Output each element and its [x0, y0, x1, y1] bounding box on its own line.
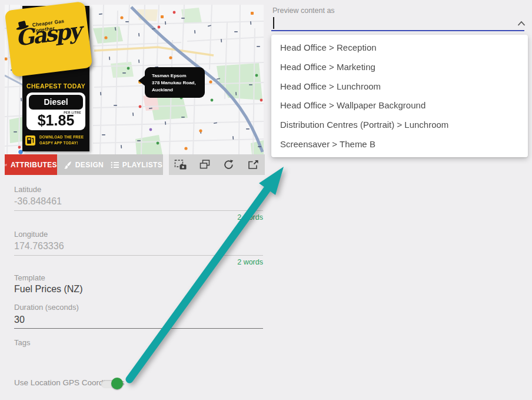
edit-icon	[5, 161, 7, 169]
longitude-label: Longitude	[14, 230, 48, 239]
duration-field[interactable]: 30	[14, 315, 25, 325]
price-card: Diesel PER LITRE $1.85	[26, 92, 85, 130]
chevron-up-icon[interactable]	[517, 18, 526, 24]
tab-attributes[interactable]: ATTRIBUTES	[5, 154, 57, 175]
tooltip-address-1: 378 Manukau Road,	[152, 80, 196, 85]
longitude-word-counter: 2 words	[237, 258, 263, 266]
tab-attributes-label: ATTRIBUTES	[11, 161, 57, 169]
dropdown-option[interactable]: Head Office > Reception	[271, 38, 528, 57]
brush-icon	[64, 161, 72, 169]
dropdown-option[interactable]: Screensaver > Theme B	[271, 135, 528, 154]
tab-design-label: DESIGN	[75, 161, 104, 169]
sign-heading: CHEAPEST TODAY	[22, 82, 89, 90]
preview-content-dropdown: Head Office > Reception Head Office > Ma…	[271, 35, 528, 157]
preview-content-as-label: Preview content as	[272, 6, 335, 15]
duration-underline	[14, 328, 263, 329]
fuel-type-badge: Diesel	[29, 95, 83, 110]
open-external-button[interactable]	[245, 157, 261, 173]
fuel-pump-icon	[25, 135, 35, 146]
longitude-field: 174.763336	[14, 241, 64, 252]
template-label: Template	[14, 273, 45, 282]
map-location-tooltip: Tasman Epsom 378 Manukau Road, Auckland	[138, 67, 205, 98]
download-cta-line1: DOWNLOAD THE FREE	[39, 134, 84, 140]
duration-label: Duration (seconds)	[14, 303, 79, 312]
dropdown-option[interactable]: Distribution Centres (Portrait) > Lunchr…	[271, 115, 528, 134]
dropdown-option[interactable]: Head Office > Lunchroom	[271, 77, 528, 96]
template-value: Fuel Prices (NZ)	[14, 284, 82, 295]
duplicate-button[interactable]	[197, 157, 212, 173]
refresh-icon	[223, 159, 234, 170]
latitude-field: -36.848461	[14, 196, 62, 207]
preview-toolbar	[169, 154, 265, 175]
page-root: { "window": {"width": 904, "height": 679…	[0, 0, 532, 400]
duplicate-icon	[199, 159, 211, 170]
dropdown-option[interactable]: Head Office > Wallpaper Background	[271, 96, 528, 115]
tooltip-title: Tasman Epsom	[152, 73, 187, 78]
latitude-underline	[14, 210, 263, 211]
dropdown-option[interactable]: Head Office > Marketing	[271, 58, 528, 77]
gps-coordinates-toggle[interactable]	[101, 378, 121, 389]
tooltip-address-2: Auckland	[152, 87, 173, 92]
tab-playlists[interactable]: PLAYLISTS	[110, 154, 163, 175]
playlist-icon	[111, 161, 119, 169]
preview-content-as-input[interactable]	[271, 16, 524, 30]
download-cta-line2: GASPY APP TODAY!	[39, 140, 84, 146]
longitude-underline	[14, 255, 263, 256]
latitude-label: Latitude	[14, 185, 41, 194]
refresh-button[interactable]	[221, 157, 237, 173]
tab-playlists-label: PLAYLISTS	[122, 161, 163, 169]
input-focus-underline	[271, 30, 524, 31]
text-caret	[273, 17, 274, 29]
screenshot-region-icon	[174, 159, 187, 170]
download-cta: DOWNLOAD THE FREE GASPY APP TODAY!	[39, 134, 84, 146]
toggle-knob	[111, 378, 123, 389]
screenshot-region-button[interactable]	[173, 157, 188, 173]
latitude-word-counter: 2 words	[237, 213, 263, 222]
tab-design[interactable]: DESIGN	[57, 154, 110, 175]
open-external-icon	[247, 160, 259, 170]
tags-label: Tags	[14, 338, 30, 347]
gaspy-logo-card: Cheaper Gas Together Gaspy	[5, 1, 93, 77]
price-value: $1.85	[26, 112, 85, 129]
